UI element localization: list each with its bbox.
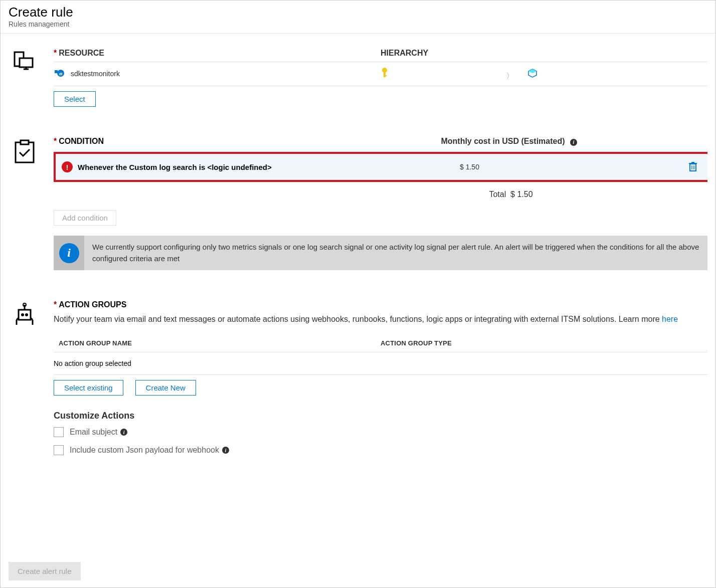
create-new-button[interactable]: Create New bbox=[135, 380, 196, 396]
action-groups-section: *ACTION GROUPS Notify your team via emai… bbox=[9, 300, 707, 463]
chevron-right-icon: 〉 bbox=[506, 72, 513, 80]
ag-empty-text: No action group selected bbox=[54, 352, 707, 375]
svg-rect-1 bbox=[20, 58, 33, 67]
resource-name: sdktestmonitork bbox=[71, 69, 120, 77]
ag-col-name: ACTION GROUP NAME bbox=[54, 334, 381, 352]
svg-text:dl: dl bbox=[59, 72, 62, 76]
svg-point-7 bbox=[382, 68, 387, 73]
resource-row[interactable]: dl sdktestmonitork 〉 bbox=[54, 62, 707, 86]
svg-marker-11 bbox=[528, 69, 536, 73]
delete-condition-button[interactable] bbox=[688, 161, 697, 173]
info-icon[interactable]: i bbox=[570, 139, 577, 146]
info-icon[interactable]: i bbox=[120, 429, 127, 436]
clipboard-check-icon bbox=[14, 139, 36, 163]
webhook-payload-label: Include custom Json payload for webhook bbox=[70, 446, 219, 455]
info-icon[interactable]: i bbox=[222, 447, 229, 454]
alert-icon: ! bbox=[62, 161, 73, 172]
resource-box-icon bbox=[527, 70, 538, 80]
total-label: Total bbox=[489, 190, 506, 199]
cost-label: Monthly cost in USD (Estimated) bbox=[441, 137, 565, 145]
email-subject-label: Email subject bbox=[70, 428, 117, 437]
page-title: Create rule bbox=[9, 5, 707, 20]
ag-col-type: ACTION GROUP TYPE bbox=[381, 334, 707, 352]
resource-section-icon bbox=[9, 49, 39, 107]
add-condition-button: Add condition bbox=[54, 210, 116, 226]
select-existing-button[interactable]: Select existing bbox=[54, 380, 123, 396]
info-banner-text: We currently support configuring only tw… bbox=[84, 236, 707, 270]
condition-text: Whenever the Custom log search is <logic… bbox=[78, 163, 272, 171]
condition-cost-bar: $ 1.50 bbox=[319, 154, 707, 180]
learn-more-link[interactable]: here bbox=[662, 315, 678, 323]
total-value: $ 1.50 bbox=[510, 190, 532, 199]
svg-rect-12 bbox=[16, 142, 34, 162]
action-groups-section-icon bbox=[9, 300, 39, 463]
resource-label: RESOURCE bbox=[59, 49, 104, 57]
svg-point-21 bbox=[25, 313, 28, 316]
svg-rect-9 bbox=[384, 75, 387, 76]
select-resource-button[interactable]: Select bbox=[54, 91, 96, 107]
customize-actions-title: Customize Actions bbox=[54, 411, 707, 421]
condition-section: *CONDITION Monthly cost in USD (Estimate… bbox=[9, 137, 707, 270]
create-alert-rule-button: Create alert rule bbox=[9, 562, 81, 580]
info-banner: i We currently support configuring only … bbox=[54, 236, 707, 270]
resource-section: *RESOURCE HIERARCHY dl bbox=[9, 49, 707, 107]
info-banner-icon: i bbox=[54, 236, 84, 270]
total-row: Total $ 1.50 bbox=[314, 182, 707, 204]
svg-rect-13 bbox=[21, 140, 29, 144]
condition-cost-value: $ 1.50 bbox=[460, 163, 479, 171]
svg-rect-14 bbox=[690, 164, 696, 171]
svg-point-20 bbox=[21, 313, 24, 316]
page-subtitle: Rules management bbox=[9, 20, 707, 28]
condition-label: CONDITION bbox=[59, 137, 104, 145]
ag-empty-row: No action group selected bbox=[54, 352, 707, 375]
computer-icon bbox=[14, 51, 35, 72]
workspace-icon: dl bbox=[54, 69, 64, 79]
svg-rect-8 bbox=[384, 72, 386, 77]
robot-icon bbox=[14, 303, 36, 325]
condition-section-icon bbox=[9, 137, 39, 270]
page-header: Create rule Rules management bbox=[1, 1, 715, 34]
email-subject-checkbox[interactable] bbox=[54, 427, 64, 437]
key-icon bbox=[381, 70, 391, 80]
webhook-payload-checkbox[interactable] bbox=[54, 445, 64, 455]
action-groups-description: Notify your team via email and text mess… bbox=[54, 315, 662, 323]
hierarchy-label: HIERARCHY bbox=[381, 49, 707, 62]
svg-rect-19 bbox=[19, 310, 31, 320]
action-groups-label: ACTION GROUPS bbox=[59, 300, 126, 309]
